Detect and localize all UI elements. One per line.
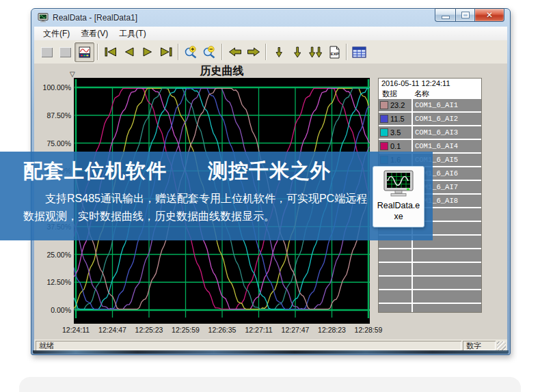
close-button[interactable]: ✕ (475, 8, 504, 22)
row-value-cell: 11.5 (379, 113, 411, 125)
export-button[interactable]: EXP (325, 43, 343, 61)
close-icon: ✕ (486, 10, 493, 20)
row-name: COM1_6_AI3 (413, 126, 481, 139)
blank-square-button-2[interactable] (56, 43, 75, 61)
realdata-exe-icon[interactable]: RealData.e xe (373, 166, 424, 227)
table-row-empty[interactable] (379, 249, 481, 262)
maximize-button[interactable] (455, 8, 475, 22)
minimize-icon (442, 16, 450, 19)
plot-cursor-marker: ▽ (70, 70, 75, 78)
status-bar: 就绪 数字 (34, 339, 507, 352)
table-row-empty[interactable] (379, 263, 481, 275)
app-icon (38, 13, 49, 23)
data-grid-button[interactable] (350, 43, 368, 61)
row-value: 3.5 (390, 128, 401, 137)
status-mode: 数字 (463, 341, 496, 350)
menu-item-1[interactable]: 文件(F) (38, 27, 75, 41)
zoom-out-button[interactable] (200, 43, 219, 61)
svg-text:EXP: EXP (330, 51, 338, 55)
blank-square-icon (41, 47, 53, 57)
cursor-down-button[interactable] (269, 43, 288, 61)
go-last-icon (159, 46, 174, 57)
step-down-button[interactable] (288, 43, 306, 61)
menu-item-2[interactable]: 查看(V) (75, 27, 113, 41)
y-tick-label: 12.50% (37, 278, 71, 286)
row-value-cell: 23.2 (379, 99, 411, 111)
table-row-empty[interactable] (379, 277, 481, 289)
row-name (413, 249, 481, 262)
row-value: 0.1 (390, 142, 401, 150)
row-value: 23.2 (390, 101, 405, 109)
table-row[interactable]: 0.1COM1_6_AI4 (379, 140, 481, 152)
toolbar: EXP (34, 40, 507, 64)
export-icon: EXP (328, 46, 340, 59)
go-previous-icon (122, 46, 136, 57)
row-value: 11.5 (390, 115, 405, 123)
icon-label-line2: xe (373, 212, 424, 222)
row-value-cell (379, 277, 411, 289)
column-header-name: 名称 (414, 89, 429, 99)
go-first-icon (103, 46, 118, 57)
blank-square-icon (59, 47, 71, 57)
zoom-in-button[interactable] (182, 43, 200, 61)
page-section-strip (19, 377, 521, 392)
row-name (413, 263, 481, 275)
series-color-swatch (380, 128, 388, 137)
row-name: COM1_6_AI4 (413, 140, 481, 152)
scroll-left-button[interactable] (226, 43, 244, 61)
blank-square-button-1[interactable] (38, 43, 56, 61)
go-next-icon (141, 46, 154, 57)
scroll-right-button[interactable] (244, 43, 262, 61)
title-bar[interactable]: RealData - [RealData1] ✕ (31, 9, 510, 27)
row-name (413, 277, 481, 289)
row-name (413, 304, 481, 313)
banner-body: 支持RS485通讯输出，赠送配套专用上位机软件，可实现PC端远程数据观测，实时数… (23, 190, 368, 225)
go-first-button[interactable] (101, 43, 120, 61)
table-row[interactable]: 23.2COM1_6_AI1 (379, 99, 481, 111)
minimize-button[interactable] (435, 8, 455, 22)
window-title: RealData - [RealData1] (53, 13, 137, 23)
go-next-button[interactable] (138, 43, 157, 61)
y-tick-label: 100.00% (37, 83, 71, 92)
table-timestamp: 2016-05-11 12:24:11 (379, 79, 481, 89)
toolbar-separator (97, 44, 98, 60)
column-header-data: 数据 (382, 89, 397, 99)
monitor-icon (383, 170, 414, 197)
table-row-empty[interactable] (379, 290, 481, 303)
row-value-cell (379, 249, 411, 262)
series-color-swatch (380, 142, 388, 150)
table-row[interactable]: 3.5COM1_6_AI3 (379, 126, 481, 139)
step-down-icon (292, 46, 303, 58)
report-view-icon (79, 46, 91, 58)
row-name (413, 290, 481, 303)
menu-item-3[interactable]: 工具(T) (113, 27, 151, 41)
data-grid-icon (352, 46, 366, 58)
go-previous-button[interactable] (120, 43, 138, 61)
promo-banner: 配套上位机软件 测控千米之外 支持RS485通讯输出，赠送配套专用上位机软件，可… (0, 152, 433, 240)
status-message: 就绪 (36, 341, 461, 350)
step-down-double-icon (308, 46, 323, 58)
toolbar-separator (221, 44, 223, 60)
row-value-cell (379, 304, 411, 313)
page: RealData - [RealData1] ✕ 文件(F)查看(V)工具(T) (0, 0, 540, 392)
series-color-swatch (380, 101, 388, 109)
y-tick-label: 0.00% (37, 306, 71, 314)
row-value-cell (379, 290, 411, 303)
chart-title: 历史曲线 (74, 64, 370, 79)
maximize-icon (462, 12, 469, 18)
resize-grip[interactable] (497, 341, 506, 350)
row-name: COM1_6_AI1 (413, 99, 481, 111)
cursor-down-icon (273, 46, 284, 58)
scroll-left-icon (228, 46, 243, 57)
table-row[interactable]: 11.5COM1_6_AI2 (379, 113, 481, 125)
toolbar-separator (178, 44, 179, 60)
icon-label-line1: RealData.e (373, 201, 424, 211)
go-last-button[interactable] (157, 43, 175, 61)
y-tick-label: 75.00% (37, 139, 71, 148)
menu-bar: 文件(F)查看(V)工具(T) (34, 27, 507, 41)
y-tick-label: 87.50% (37, 111, 71, 120)
step-down-double-button[interactable] (306, 43, 325, 61)
table-row-empty[interactable] (379, 304, 481, 313)
report-view-button[interactable] (75, 42, 94, 62)
row-value-cell (379, 263, 411, 275)
